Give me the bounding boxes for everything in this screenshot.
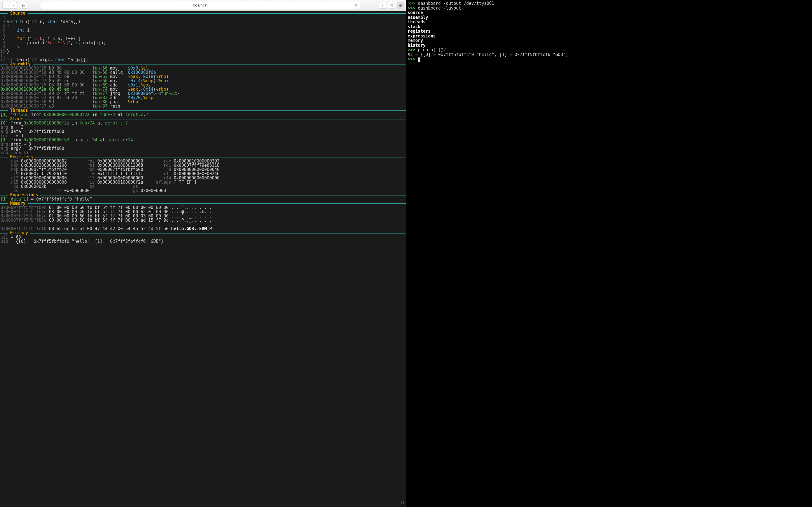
terminal-line: $3 = {[0] = 0x7fff5fbffcf0 "hello", [1] … (408, 52, 810, 57)
section-title-source: Source (9, 11, 27, 15)
memory-block: 0x00007fff5fbffb0c 01 00 00 00 60 fb bf … (0, 206, 406, 231)
terminal-line: threads (408, 20, 810, 24)
url-text: localhost (193, 3, 207, 7)
source-line: 10} (0, 49, 406, 54)
source-line: 9 } (0, 45, 406, 49)
source-line: 3void fun(int n, char *data[]) (0, 20, 406, 24)
source-line: 4{ (0, 24, 406, 28)
asm-line: 0x0000000100000f37 c3 fun+87 retq (0, 104, 406, 108)
stack-line: arg argv = 0x7fff5fbffb60 (0, 147, 406, 151)
terminal-cursor (418, 57, 420, 62)
terminal-line: memory (408, 38, 810, 43)
terminal-line: assembly (408, 15, 810, 20)
sidebar-toggle-button[interactable]: ◧ (20, 2, 27, 9)
thread-line: [1] id 4355 from 0x0000000100000f2a in f… (0, 113, 406, 117)
memory-line: 0x00007fff5fbffb3c 00 00 00 00 50 fb bf … (0, 218, 406, 223)
terminal-pane[interactable]: >>> dashboard -output /dev/ttys001>>> da… (406, 0, 812, 507)
threads-block: [1] id 4355 from 0x0000000100000f2a in f… (0, 113, 406, 117)
terminal-line: >>> p data[1]@2 (408, 48, 810, 52)
register-row: es fs 0x00000000 gs 0x00000000 (0, 189, 406, 193)
terminal-line: stack (408, 24, 810, 29)
memory-line: 0x00007fff5fbffcf0 68 65 6c 6c 6f 00 47 … (0, 227, 406, 231)
url-bar[interactable]: localhost ⟳ (40, 2, 360, 9)
history-block: $$1 = 63$$0 = {[0] = 0x7fff5fbffcf0 "hel… (0, 235, 406, 244)
section-source-header: Source (0, 11, 406, 15)
expression-line: [1] data[i] = 0x7fff5fbffcf0 "hello" (0, 197, 406, 202)
terminal-line: source (408, 10, 810, 15)
toolbar-right: ⇪ ⧉ + (379, 2, 404, 9)
stack-line: [0] from 0x0000000100000f2a in fun+74 at… (0, 121, 406, 125)
app-root: ‹ › ◧ localhost ⟳ ⇪ ⧉ + Source 23void fu… (0, 0, 812, 507)
source-line: 12int main(int argc, char *argv[]) (0, 58, 406, 62)
stack-block: [0] from 0x0000000100000f2a in fun+74 at… (0, 121, 406, 155)
code-text: printf("%d: %s\n", i, data[i]); (7, 41, 106, 45)
left-pane: ‹ › ◧ localhost ⟳ ⇪ ⧉ + Source 23void fu… (0, 0, 406, 507)
terminal-line: >>> (408, 57, 810, 62)
assembly-block: 0x0000000100000f18 b0 00 fun+56 mov $0x0… (0, 66, 406, 108)
stack-line: (no locals) (0, 151, 406, 155)
source-line: 5 int i; (0, 28, 406, 33)
source-line: 8 printf("%d: %s\n", i, data[i]); (0, 41, 406, 45)
code-text: int i; (7, 28, 32, 33)
terminal-line: expressions (408, 34, 810, 39)
reload-icon[interactable]: ⟳ (354, 3, 358, 8)
source-block: 23void fun(int n, char *data[])4{5 int i… (0, 15, 406, 62)
registers-block: rax 0x0000000000000002 rbx 0x00000000000… (0, 159, 406, 193)
cursor-indicator (402, 501, 404, 504)
terminal-output: >>> dashboard -output /dev/ttys001>>> da… (408, 1, 810, 62)
nav-group: ‹ › (2, 2, 17, 9)
expressions-block: [1] data[i] = 0x7fff5fbffcf0 "hello" (0, 197, 406, 202)
section-history-header: History (0, 231, 406, 235)
code-text: } (7, 49, 9, 54)
code-text: void fun(int n, char *data[]) (7, 20, 81, 24)
share-button[interactable]: ⇪ (379, 2, 386, 9)
forward-button[interactable]: › (10, 2, 17, 9)
line-number: 12 (0, 58, 7, 62)
back-button[interactable]: ‹ (2, 2, 10, 9)
new-tab-button[interactable]: + (397, 2, 404, 9)
gdb-dashboard: Source 23void fun(int n, char *data[])4{… (0, 11, 406, 507)
history-line: $$0 = {[0] = 0x7fff5fbffcf0 "hello", [1]… (0, 239, 406, 244)
browser-toolbar: ‹ › ◧ localhost ⟳ ⇪ ⧉ + (0, 0, 406, 11)
stack-line: arg data = 0x7fff5fbffb60 (0, 129, 406, 134)
terminal-line: >>> dashboard -output /dev/ttys001 (408, 1, 810, 6)
terminal-line: registers (408, 29, 810, 34)
tabs-button[interactable]: ⧉ (388, 2, 395, 9)
terminal-line: history (408, 43, 810, 48)
stack-line: [1] from 0x0000000100000f62 in main+34 a… (0, 138, 406, 142)
terminal-line: >>> dashboard -layout (408, 6, 810, 11)
